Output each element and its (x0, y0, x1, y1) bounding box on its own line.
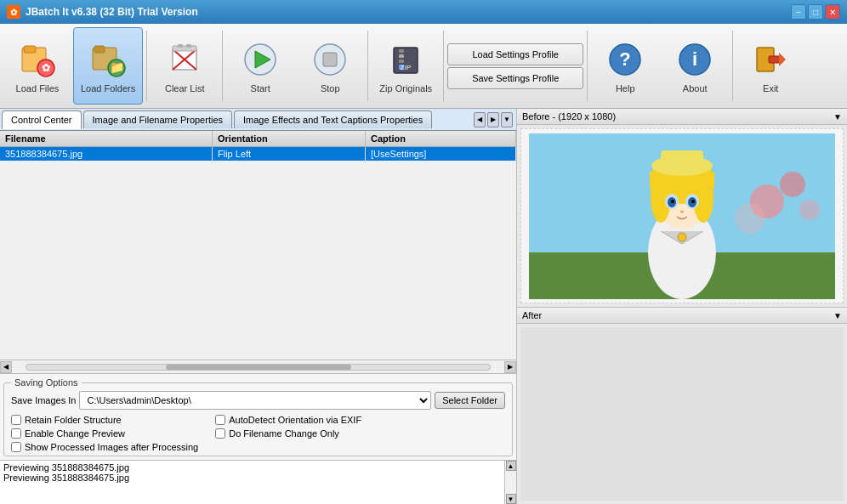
cell-filename: 351888384675.jpg (0, 147, 213, 161)
start-button[interactable]: Start (226, 27, 294, 105)
select-folder-button[interactable]: Select Folder (435, 392, 505, 409)
load-folders-button[interactable]: 📁 Load Folders (73, 27, 143, 105)
separator-2 (222, 31, 223, 101)
main-area: Control Center Image and Filename Proper… (0, 109, 847, 504)
tab-control-center[interactable]: Control Center (2, 110, 82, 129)
save-path-dropdown[interactable]: C:\Users\admin\Desktop\ (79, 391, 431, 410)
save-images-in-label: Save Images In (11, 395, 76, 405)
tab-menu-button[interactable]: ▼ (501, 112, 513, 127)
autodetect-orientation-checkbox[interactable] (215, 415, 225, 425)
scroll-left-button[interactable]: ◀ (0, 361, 12, 373)
after-preview-header: After ▼ (517, 307, 847, 324)
settings-profile-group: Load Settings Profile Save Settings Prof… (447, 27, 583, 105)
svg-point-34 (780, 172, 805, 197)
svg-text:i: i (692, 48, 697, 70)
log-content: Previewing 351888384675.jpg Previewing 3… (0, 461, 516, 504)
save-path-row: Save Images In C:\Users\admin\Desktop\ S… (11, 391, 505, 410)
log-scroll-down[interactable]: ▼ (506, 494, 516, 504)
help-button[interactable]: ? Help (591, 27, 659, 105)
show-processed-checkbox[interactable] (11, 442, 21, 452)
horizontal-scrollbar[interactable]: ◀ ▶ (0, 360, 516, 373)
after-dropdown-button[interactable]: ▼ (833, 311, 842, 320)
svg-text:✿: ✿ (42, 62, 50, 74)
svg-point-36 (735, 203, 765, 234)
before-label: Before - (1920 x 1080) (522, 111, 616, 122)
exit-button[interactable]: Exit (736, 27, 804, 105)
log-scroll-up[interactable]: ▲ (506, 461, 516, 471)
title-bar: ✿ JBatch It v6.38 (32 Bit) Trial Version… (0, 0, 847, 24)
svg-text:📁: 📁 (110, 60, 125, 75)
checkboxes-row: Retain Folder Structure Enable Change Pr… (11, 415, 505, 452)
tab-nav: ◀ ▶ ▼ (474, 112, 516, 127)
scroll-thumb[interactable] (166, 365, 351, 370)
tab-prev-button[interactable]: ◀ (474, 112, 486, 127)
table-row[interactable]: 351888384675.jpg Flip Left [UseSettings] (0, 147, 516, 161)
tabs-container: Control Center Image and Filename Proper… (0, 109, 516, 131)
retain-folder-checkbox[interactable] (11, 415, 21, 425)
tab-effects-captions[interactable]: Image Effects and Text Captions Properti… (234, 110, 432, 128)
log-line-1: Previewing 351888384675.jpg (3, 462, 513, 473)
saving-options: Saving Options Save Images In C:\Users\a… (0, 373, 516, 460)
file-list-body[interactable]: 351888384675.jpg Flip Left [UseSettings] (0, 147, 516, 360)
after-label: After (522, 310, 542, 320)
show-processed-label: Show Processed Images after Processing (25, 442, 198, 452)
tab-next-button[interactable]: ▶ (487, 112, 499, 127)
svg-point-49 (671, 200, 674, 203)
enable-change-preview-item[interactable]: Enable Change Preview (11, 428, 198, 439)
about-button[interactable]: i About (661, 27, 729, 105)
clear-list-button[interactable]: Clear List (151, 27, 219, 105)
zip-originals-button[interactable]: ZIP Zip Originals (372, 27, 440, 105)
checkbox-col-right: AutoDetect Orientation via EXIF Do Filen… (215, 415, 361, 452)
about-label: About (683, 83, 708, 93)
show-processed-item[interactable]: Show Processed Images after Processing (11, 442, 198, 452)
svg-rect-20 (399, 54, 404, 58)
svg-rect-1 (24, 46, 36, 53)
save-settings-button[interactable]: Save Settings Profile (447, 67, 583, 89)
svg-point-50 (691, 200, 695, 203)
do-filename-change-label: Do Filename Change Only (229, 428, 339, 439)
cell-orientation: Flip Left (213, 147, 366, 161)
load-folders-label: Load Folders (81, 83, 135, 93)
separator-3 (367, 31, 368, 101)
minimize-button[interactable]: − (791, 4, 806, 20)
retain-folder-label: Retain Folder Structure (25, 415, 122, 425)
enable-change-preview-label: Enable Change Preview (25, 428, 125, 439)
svg-point-51 (680, 210, 684, 212)
do-filename-change-checkbox[interactable] (215, 428, 225, 439)
svg-rect-13 (186, 44, 191, 48)
about-icon: i (674, 39, 715, 80)
close-button[interactable]: ✕ (825, 4, 840, 20)
retain-folder-item[interactable]: Retain Folder Structure (11, 415, 198, 425)
load-files-label: Load Files (16, 83, 60, 93)
before-dropdown-button[interactable]: ▼ (833, 112, 842, 122)
stop-button[interactable]: Stop (296, 27, 364, 105)
maximize-button[interactable]: □ (808, 4, 823, 20)
load-settings-button[interactable]: Load Settings Profile (447, 43, 583, 65)
right-panel: Before - (1920 x 1080) ▼ (517, 109, 847, 504)
log-line-2: Previewing 351888384675.jpg (3, 473, 513, 483)
help-icon: ? (605, 39, 645, 80)
tab-image-filename[interactable]: Image and Filename Properties (83, 110, 232, 128)
scroll-right-button[interactable]: ▶ (504, 361, 516, 373)
file-list-container: Filename Orientation Caption 35188838467… (0, 131, 516, 360)
log-scrollbar[interactable]: ▲ ▼ (504, 461, 516, 504)
svg-rect-12 (178, 44, 183, 48)
autodetect-orientation-item[interactable]: AutoDetect Orientation via EXIF (215, 415, 361, 425)
do-filename-change-item[interactable]: Do Filename Change Only (215, 428, 361, 439)
enable-change-preview-checkbox[interactable] (11, 428, 21, 439)
start-label: Start (251, 83, 270, 93)
scroll-track[interactable] (26, 364, 491, 371)
after-image-area (520, 327, 844, 501)
svg-rect-19 (399, 49, 404, 53)
log-area: Previewing 351888384675.jpg Previewing 3… (0, 460, 516, 504)
separator-4 (443, 31, 444, 101)
exit-label: Exit (763, 83, 778, 93)
svg-rect-5 (94, 46, 105, 53)
before-preview-header: Before - (1920 x 1080) ▼ (517, 109, 847, 125)
toolbar: ✿ Load Files 📁 Load Folders (0, 24, 847, 109)
col-header-filename: Filename (0, 131, 213, 146)
svg-marker-30 (779, 53, 786, 66)
svg-point-35 (799, 200, 820, 220)
svg-text:ZIP: ZIP (401, 64, 411, 71)
load-files-button[interactable]: ✿ Load Files (3, 27, 71, 105)
